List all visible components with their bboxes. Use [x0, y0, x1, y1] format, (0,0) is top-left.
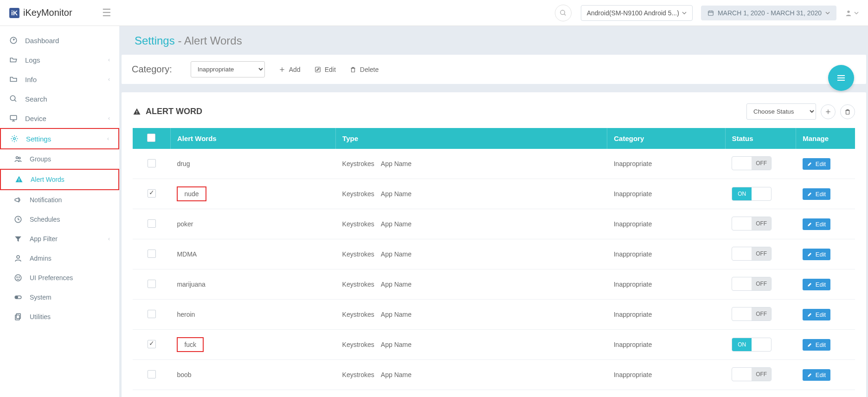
edit-category-button[interactable]: Edit: [315, 66, 336, 73]
toggle-off-label: OFF: [752, 157, 771, 170]
sidebar: DashboardLogs‹Info‹SearchDevice‹Settings…: [0, 26, 120, 397]
row-checkbox[interactable]: [148, 310, 156, 318]
status-toggle[interactable]: ON: [732, 187, 772, 201]
row-checkbox[interactable]: [148, 189, 156, 198]
status-toggle[interactable]: OFF: [732, 277, 772, 291]
delete-button-label: Delete: [360, 66, 379, 73]
edit-row-label: Edit: [816, 251, 826, 258]
delete-word-button[interactable]: [840, 104, 855, 119]
sidebar-sub-groups[interactable]: Groups: [0, 149, 119, 169]
row-checkbox[interactable]: [148, 370, 156, 378]
edit-row-button[interactable]: Edit: [803, 339, 830, 351]
svg-rect-18: [19, 181, 19, 182]
chevron-left-icon: ‹: [108, 115, 110, 122]
pencil-icon: [807, 282, 813, 287]
sidebar-sub-admins[interactable]: Admins: [0, 249, 119, 268]
pencil-icon: [807, 251, 813, 257]
edit-row-button[interactable]: Edit: [803, 218, 830, 230]
add-word-button[interactable]: [821, 104, 836, 119]
toggle-off-label: [752, 187, 771, 200]
sidebar-item-search[interactable]: Search: [0, 89, 119, 109]
svg-rect-33: [136, 113, 137, 114]
row-checkbox[interactable]: [148, 250, 156, 258]
sidebar-toggle-icon[interactable]: ☰: [102, 7, 111, 19]
add-button[interactable]: Add: [279, 66, 301, 73]
alert-word: marijuana: [177, 281, 205, 288]
sidebar-sub-app-filter[interactable]: App Filter‹: [0, 229, 119, 249]
edit-row-button[interactable]: Edit: [803, 279, 830, 290]
col-header-words[interactable]: Alert Words: [170, 128, 335, 149]
edit-row-button[interactable]: Edit: [803, 309, 830, 320]
alert-word-highlighted: nude: [177, 186, 206, 201]
date-range-picker[interactable]: MARCH 1, 2020 - MARCH 31, 2020: [701, 6, 836, 20]
sidebar-sub-alert-words[interactable]: Alert Words: [0, 169, 119, 190]
col-header-status[interactable]: Status: [725, 128, 796, 149]
row-checkbox[interactable]: [148, 219, 156, 228]
status-filter-select[interactable]: Choose Status: [746, 103, 816, 120]
toggle-icon: [14, 293, 25, 301]
col-header-category[interactable]: Category: [607, 128, 725, 149]
status-toggle[interactable]: OFF: [732, 156, 772, 170]
status-toggle[interactable]: OFF: [732, 307, 772, 321]
alert-word: MDMA: [177, 250, 197, 258]
sidebar-item-settings[interactable]: Settings‹: [0, 128, 119, 149]
edit-row-label: Edit: [816, 160, 826, 167]
category-select[interactable]: Inappropriate: [191, 61, 265, 77]
sidebar-item-label: Schedules: [30, 216, 60, 223]
edit-row-button[interactable]: Edit: [803, 158, 830, 170]
floating-menu-button[interactable]: [828, 65, 854, 91]
table-row: boobKeystrokesApp NameInappropriateOFFEd…: [133, 360, 855, 390]
user-menu[interactable]: [845, 9, 859, 17]
select-all-checkbox[interactable]: [147, 134, 155, 142]
row-checkbox[interactable]: [148, 340, 156, 348]
device-selector[interactable]: Android(SM-N9100 Android 5...): [581, 5, 693, 21]
col-header-type[interactable]: Type: [336, 128, 607, 149]
category-label: Category:: [132, 64, 172, 75]
toggle-on-label: ON: [732, 338, 752, 351]
sidebar-item-label: Search: [25, 95, 47, 103]
sidebar-sub-system[interactable]: System: [0, 288, 119, 307]
alert-word: heroin: [177, 311, 195, 318]
delete-category-button[interactable]: Delete: [350, 66, 379, 73]
sidebar-item-info[interactable]: Info‹: [0, 70, 119, 89]
svg-line-1: [564, 14, 566, 15]
users-icon: [14, 155, 25, 163]
svg-rect-31: [351, 68, 354, 72]
sidebar-sub-utilities[interactable]: Utilities: [0, 307, 119, 327]
edit-row-label: Edit: [816, 221, 826, 228]
pencil-icon: [807, 372, 813, 378]
sidebar-sub-notification[interactable]: Notification: [0, 190, 119, 210]
status-toggle[interactable]: OFF: [732, 217, 772, 231]
type-appname: App Name: [381, 190, 411, 198]
edit-row-button[interactable]: Edit: [803, 369, 830, 381]
edit-row-button[interactable]: Edit: [803, 188, 830, 200]
edit-row-button[interactable]: Edit: [803, 249, 830, 260]
sidebar-sub-schedules[interactable]: Schedules: [0, 210, 119, 229]
chevron-left-icon: ‹: [108, 76, 110, 83]
topbar: iK iKeyMonitor ☰ Android(SM-N9100 Androi…: [0, 0, 868, 26]
caret-down-icon: [854, 11, 859, 15]
sidebar-item-logs[interactable]: Logs‹: [0, 50, 119, 70]
sidebar-item-device[interactable]: Device‹: [0, 109, 119, 128]
svg-rect-27: [15, 315, 19, 320]
sidebar-item-dashboard[interactable]: Dashboard: [0, 31, 119, 50]
monitor-icon: [9, 114, 20, 122]
type-appname: App Name: [381, 220, 411, 228]
status-toggle[interactable]: OFF: [732, 367, 772, 381]
device-selector-label: Android(SM-N9100 Android 5...): [587, 9, 679, 17]
search-button[interactable]: [555, 5, 572, 21]
type-keystrokes: Keystrokes: [342, 190, 374, 198]
svg-rect-17: [19, 179, 19, 180]
status-toggle[interactable]: OFF: [732, 247, 772, 261]
col-header-manage[interactable]: Manage: [796, 128, 855, 149]
row-checkbox[interactable]: [148, 159, 156, 167]
sidebar-item-label: Dashboard: [25, 37, 59, 45]
sidebar-sub-ui-preferences[interactable]: UI Preferences: [0, 268, 119, 288]
category-toolbar: Category: Inappropriate Add Edit Delete: [122, 55, 866, 84]
smile-icon: [14, 274, 25, 282]
status-toggle[interactable]: ON: [732, 338, 772, 352]
breadcrumb-settings[interactable]: Settings: [135, 34, 175, 47]
svg-line-10: [14, 100, 16, 102]
row-checkbox[interactable]: [148, 280, 156, 288]
type-keystrokes: Keystrokes: [342, 341, 374, 348]
